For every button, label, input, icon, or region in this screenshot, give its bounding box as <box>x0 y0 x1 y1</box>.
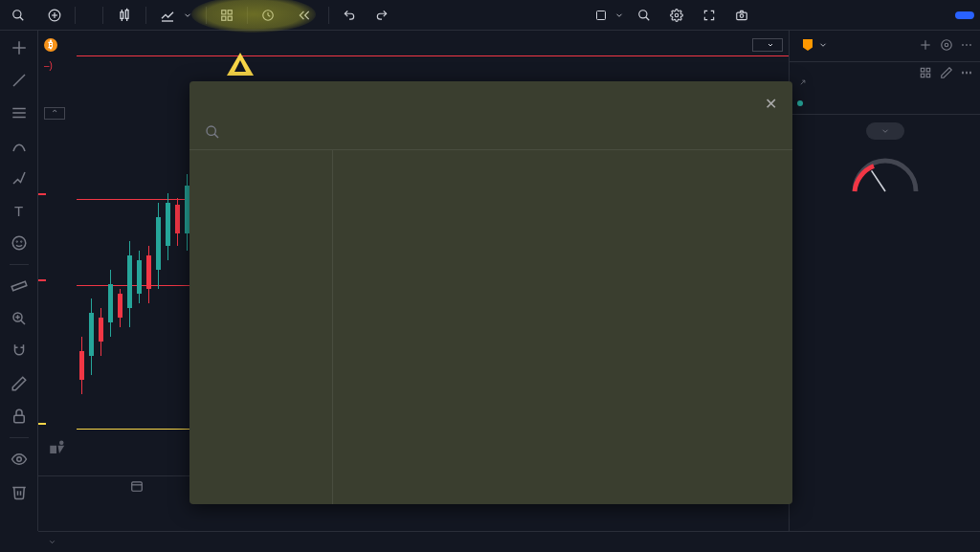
svg-rect-45 <box>132 481 143 490</box>
gear-icon <box>670 9 683 22</box>
indicators-button[interactable] <box>154 4 198 27</box>
divider <box>10 264 29 265</box>
chevron-down-icon <box>183 11 192 20</box>
divider <box>10 437 29 438</box>
svg-rect-33 <box>11 281 27 290</box>
grid-icon <box>220 9 234 22</box>
magnet-tool[interactable] <box>8 340 31 363</box>
plus-circle-icon <box>48 9 61 22</box>
svg-point-41 <box>16 457 21 462</box>
replay-button[interactable] <box>292 5 321 26</box>
collapse-indicators[interactable]: ⌃ <box>44 107 65 120</box>
svg-rect-57 <box>926 74 930 77</box>
svg-point-60 <box>207 126 215 135</box>
close-button[interactable]: ✕ <box>765 95 777 113</box>
watchlist-header[interactable]: ⋯ <box>797 38 972 52</box>
tab-screener[interactable] <box>48 537 56 548</box>
more-icon[interactable]: ⋯ <box>961 38 972 52</box>
chevron-down-icon <box>880 126 890 136</box>
svg-point-0 <box>13 10 21 17</box>
zoom-tool[interactable] <box>8 307 31 330</box>
price-marker <box>38 279 46 281</box>
symbol-search[interactable] <box>6 5 34 26</box>
pitchfork-tool[interactable] <box>8 134 31 157</box>
chevron-down-icon <box>48 538 56 546</box>
trash-tool[interactable] <box>8 480 31 503</box>
publish-button[interactable] <box>955 11 974 19</box>
top-toolbar <box>0 0 980 31</box>
alert-button[interactable] <box>256 5 284 26</box>
templates-button[interactable] <box>214 5 239 26</box>
gear-icon[interactable] <box>940 38 953 52</box>
search-icon <box>205 124 220 140</box>
symbol-details: ⋯ <box>797 66 972 199</box>
svg-line-26 <box>13 75 25 86</box>
svg-rect-55 <box>926 68 930 72</box>
lock-tool[interactable] <box>8 405 31 428</box>
svg-rect-14 <box>228 16 232 20</box>
svg-rect-11 <box>222 10 226 13</box>
candles-icon <box>117 8 132 23</box>
indicator-vol[interactable] <box>44 77 47 88</box>
svg-line-35 <box>20 320 25 325</box>
plus-icon[interactable] <box>919 38 932 52</box>
more-icon[interactable]: ⋯ <box>961 66 972 79</box>
fullscreen-button[interactable] <box>697 5 722 26</box>
svg-point-52 <box>945 43 948 47</box>
divider <box>247 7 248 24</box>
category-tabs <box>333 158 792 171</box>
modal-search[interactable] <box>189 121 792 149</box>
undo-button[interactable] <box>337 5 362 26</box>
pencil-tool[interactable] <box>8 372 31 395</box>
svg-line-59 <box>871 170 884 191</box>
svg-rect-13 <box>222 16 226 20</box>
fib-tool[interactable] <box>8 101 31 124</box>
svg-point-42 <box>59 441 64 446</box>
chevron-down-icon <box>614 11 624 20</box>
svg-line-61 <box>214 134 218 138</box>
cursor-tool[interactable] <box>8 36 31 59</box>
camera-icon <box>735 9 748 22</box>
text-tool[interactable]: T <box>8 199 31 222</box>
indicators-icon <box>160 8 175 23</box>
search-input[interactable] <box>228 125 777 140</box>
indicator-lrtc[interactable]: –) <box>44 59 53 71</box>
grid-icon[interactable] <box>919 66 932 79</box>
emoji-tool[interactable] <box>8 232 31 254</box>
btc-icon: ₿ <box>44 38 57 52</box>
external-link-icon[interactable] <box>797 79 806 88</box>
divider <box>145 7 146 24</box>
calendar-icon[interactable] <box>130 479 144 493</box>
price-marker <box>38 423 46 425</box>
show-more-button[interactable] <box>866 122 904 140</box>
edit-icon[interactable] <box>940 66 953 79</box>
svg-rect-22 <box>737 12 747 20</box>
symbol-header[interactable]: ₿ <box>44 38 83 52</box>
divider <box>206 7 207 24</box>
layout-icon <box>595 10 607 21</box>
bar-style[interactable] <box>111 4 138 27</box>
svg-rect-43 <box>50 446 56 453</box>
svg-point-31 <box>16 241 17 242</box>
drawing-toolbar: T <box>0 31 38 531</box>
add-symbol[interactable] <box>42 5 67 26</box>
quick-search[interactable] <box>632 5 657 26</box>
svg-rect-40 <box>13 415 24 423</box>
divider <box>75 7 76 24</box>
brush-tool[interactable] <box>8 166 31 189</box>
trend-line-tool[interactable] <box>8 69 31 92</box>
redo-button[interactable] <box>369 5 394 26</box>
interval-picker[interactable] <box>83 11 95 19</box>
chevron-down-icon <box>767 41 774 49</box>
layout-name[interactable] <box>595 10 624 21</box>
settings-button[interactable] <box>664 5 689 26</box>
price-scale-unit[interactable] <box>752 38 783 52</box>
flag-icon <box>803 39 813 51</box>
tradingview-logo <box>48 439 69 456</box>
divider <box>328 7 329 24</box>
level-line <box>77 55 789 56</box>
snapshot-button[interactable] <box>729 5 754 26</box>
ruler-tool[interactable] <box>8 275 31 298</box>
eye-tool[interactable] <box>8 448 31 471</box>
replay-icon <box>298 9 311 22</box>
